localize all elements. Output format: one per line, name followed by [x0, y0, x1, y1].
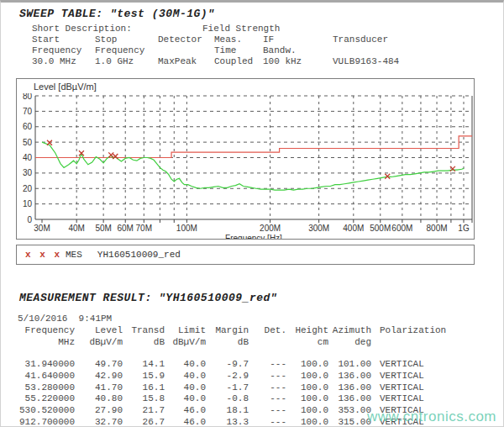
table-cell: VERTICAL [371, 382, 480, 394]
svg-text:70: 70 [23, 107, 33, 116]
table-cell: 14.1 [123, 359, 165, 371]
sweep-column-transducer: TransducerVULB9163-484 [333, 34, 433, 67]
table-cell: 40.0 [165, 393, 206, 405]
sweep-table-section: SWEEP TABLE: "test (30M-1G)" Short Descr… [1, 8, 503, 67]
sweep-parameter-grid: StartFrequency30.0 MHzStopFrequency1.0 G… [32, 34, 503, 67]
svg-text:30: 30 [23, 168, 33, 177]
table-cell: VERTICAL [371, 393, 480, 405]
table-row: 55.22000040.8015.840.0-0.8---100.0136.00… [1, 393, 503, 405]
table-cell: -1.7 [206, 382, 249, 394]
legend-trace-name: YH160510009_red [97, 250, 181, 261]
chart-legend: x x x MES YH160510009_red [16, 245, 475, 265]
table-cell: 53.280000 [1, 382, 75, 394]
legend-marker-icon: x x x [25, 250, 61, 261]
svg-text:40M: 40M [68, 224, 84, 233]
svg-text:40: 40 [23, 153, 33, 162]
short-description-row: Short Description: Field Strength [32, 24, 503, 34]
table-cell: VERTICAL [371, 371, 480, 382]
sweep-column-stop: StopFrequency1.0 GHz [95, 34, 158, 67]
svg-text:30M: 30M [34, 224, 50, 233]
svg-text:60: 60 [23, 122, 33, 131]
sweep-column-if: IFBandw.100 kHz [263, 34, 333, 67]
table-cell: 32.70 [75, 417, 123, 427]
table-cell: Transd [123, 325, 165, 337]
table-row: 31.94000049.7014.140.0-9.7---100.0101.00… [1, 359, 503, 371]
table-cell: dB [206, 337, 249, 349]
table-cell: --- [249, 405, 286, 417]
table-cell: 100.0 [286, 359, 328, 371]
table-cell: 41.640000 [1, 371, 75, 382]
table-cell: Azimuth [328, 325, 371, 337]
sweep-column-header: Frequency [95, 45, 158, 56]
emc-report-page: SWEEP TABLE: "test (30M-1G)" Short Descr… [0, 0, 504, 427]
table-cell: 16.1 [123, 382, 165, 394]
table-cell [249, 337, 286, 349]
measurement-datetime: 5/10/2016 9:41PM [18, 314, 503, 324]
table-cell: 100.0 [286, 405, 328, 417]
sweep-column-header: Meas. [214, 34, 263, 45]
table-row: 53.28000041.7016.140.0-1.7---100.0136.00… [1, 382, 503, 394]
table-cell: --- [249, 382, 286, 394]
table-cell: 13.3 [206, 417, 249, 427]
legend-series-label: MES [66, 250, 82, 261]
table-cell: 55.220000 [1, 393, 75, 405]
table-unit-row: MHzdBµV/mdBdBµV/mdBcmdeg [1, 337, 503, 349]
table-cell: 530.520000 [1, 405, 75, 417]
svg-text:100M: 100M [176, 224, 197, 233]
sweep-column-header: Detector [158, 34, 214, 45]
svg-text:500M: 500M [370, 224, 391, 233]
svg-text:10: 10 [23, 199, 33, 208]
short-description-label: Short Description: [32, 24, 202, 34]
table-cell: 100.0 [286, 393, 328, 405]
table-cell: --- [249, 371, 286, 382]
table-cell: 100.0 [286, 417, 328, 427]
table-cell: 40.0 [165, 371, 206, 382]
sweep-column-header: Start [32, 34, 95, 45]
table-cell: 101.00 [328, 359, 371, 371]
table-cell: 912.700000 [1, 417, 75, 427]
svg-text:200M: 200M [260, 224, 281, 233]
table-cell: 15.8 [123, 393, 165, 405]
table-cell: 46.0 [165, 417, 206, 427]
svg-text:0: 0 [27, 215, 32, 224]
table-cell: 31.940000 [1, 359, 75, 371]
chart-y-axis-title: Level [dBµV/m] [17, 79, 474, 92]
sweep-column-value: 100 kHz [263, 56, 333, 67]
sweep-column-header: IF [263, 34, 333, 45]
sweep-column-value: 30.0 MHz [32, 56, 95, 67]
table-cell: dB [123, 337, 165, 349]
table-cell: 41.70 [75, 382, 123, 394]
svg-text:600M: 600M [391, 224, 412, 233]
table-cell: dBµV/m [75, 337, 123, 349]
table-cell: 40.0 [165, 382, 206, 394]
svg-text:50M: 50M [95, 224, 111, 233]
table-row: 41.64000042.9015.940.0-2.9---100.0136.00… [1, 371, 503, 382]
table-cell: cm [286, 337, 328, 349]
sweep-column-header [158, 45, 214, 56]
table-cell: 42.90 [75, 371, 123, 382]
sweep-column-header: Stop [95, 34, 158, 45]
sweep-column-header: Transducer [333, 34, 433, 45]
measurement-result-title: MEASUREMENT RESULT: "YH160510009_red" [19, 292, 503, 304]
watermark: www.cntronics.com [367, 409, 496, 425]
table-cell: dBµV/m [165, 337, 206, 349]
table-cell: VERTICAL [371, 359, 480, 371]
table-cell: 40.80 [75, 393, 123, 405]
table-cell: -2.9 [206, 371, 249, 382]
sweep-column-meas: Meas.TimeCoupled [214, 34, 263, 67]
svg-text:800M: 800M [427, 224, 448, 233]
sweep-column-header: Time [214, 45, 263, 56]
table-cell: --- [249, 359, 286, 371]
table-cell: Margin [206, 325, 249, 337]
table-cell: Height [286, 325, 328, 337]
level-chart: Level [dBµV/m] 0102030405060708030M40M50… [16, 78, 475, 240]
table-cell: 27.90 [75, 405, 123, 417]
svg-text:300M: 300M [308, 224, 329, 233]
table-cell: 18.1 [206, 405, 249, 417]
table-cell: 26.7 [123, 417, 165, 427]
sweep-column-detector: DetectorMaxPeak [158, 34, 214, 67]
table-cell: Level [75, 325, 123, 337]
svg-text:Frequency [Hz]: Frequency [Hz] [225, 234, 282, 239]
table-cell: 40.0 [165, 359, 206, 371]
sweep-column-value: VULB9163-484 [333, 56, 433, 67]
